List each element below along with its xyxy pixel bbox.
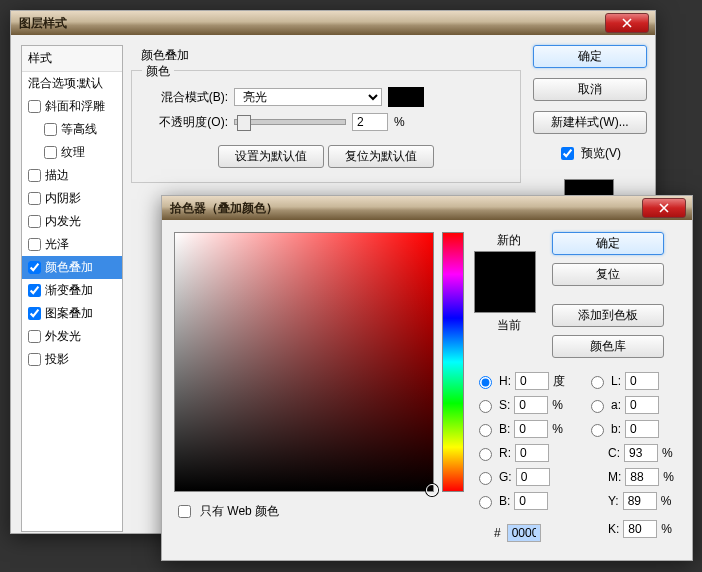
c-input[interactable] xyxy=(624,444,658,462)
color-fields: H:度 L: S:% a: B:% b: R: C:% G: M:% B: Y:… xyxy=(474,372,680,542)
r-input[interactable] xyxy=(515,444,549,462)
style-item[interactable]: 内发光 xyxy=(22,210,122,233)
style-item-checkbox[interactable] xyxy=(28,307,41,320)
g-input[interactable] xyxy=(516,468,550,486)
close-icon xyxy=(622,18,632,28)
style-item-label: 图案叠加 xyxy=(45,305,93,322)
new-style-button[interactable]: 新建样式(W)... xyxy=(533,111,647,134)
preview-checkbox-row[interactable]: 预览(V) xyxy=(533,144,645,163)
l-radio[interactable] xyxy=(591,376,604,389)
s-input[interactable] xyxy=(514,396,548,414)
style-item[interactable]: 外发光 xyxy=(22,325,122,348)
picker-reset-button[interactable]: 复位 xyxy=(552,263,664,286)
r-radio[interactable] xyxy=(479,448,492,461)
opacity-input[interactable] xyxy=(352,113,388,131)
h-input[interactable] xyxy=(515,372,549,390)
color-picker-close-button[interactable] xyxy=(642,198,686,218)
color-picker-buttons: 确定 复位 添加到色板 颜色库 xyxy=(552,232,662,358)
style-item-checkbox[interactable] xyxy=(28,284,41,297)
style-item-label: 颜色叠加 xyxy=(45,259,93,276)
styles-list-header: 样式 xyxy=(22,46,122,72)
style-item[interactable]: 纹理 xyxy=(22,141,122,164)
style-item-label: 外发光 xyxy=(45,328,81,345)
blend-options-row[interactable]: 混合选项:默认 xyxy=(22,72,122,95)
hue-slider[interactable] xyxy=(442,232,464,492)
style-item-checkbox[interactable] xyxy=(28,215,41,228)
style-item-label: 光泽 xyxy=(45,236,69,253)
s-radio[interactable] xyxy=(479,400,492,413)
h-radio[interactable] xyxy=(479,376,492,389)
style-item-label: 纹理 xyxy=(61,144,85,161)
g-radio[interactable] xyxy=(479,472,492,485)
style-item-checkbox[interactable] xyxy=(28,169,41,182)
style-item[interactable]: 投影 xyxy=(22,348,122,371)
color-picker-window: 拾色器（叠加颜色） 只有 Web 颜色 新的 xyxy=(161,195,693,561)
color-picker-title: 拾色器（叠加颜色） xyxy=(170,200,278,217)
overlay-color-swatch[interactable] xyxy=(388,87,424,107)
color-legend: 颜色 xyxy=(142,63,174,80)
opacity-unit: % xyxy=(394,115,405,129)
bl-input[interactable] xyxy=(625,420,659,438)
bc-radio[interactable] xyxy=(479,496,492,509)
style-item-checkbox[interactable] xyxy=(28,100,41,113)
k-input[interactable] xyxy=(623,520,657,538)
style-item[interactable]: 光泽 xyxy=(22,233,122,256)
cancel-button[interactable]: 取消 xyxy=(533,78,647,101)
ok-button[interactable]: 确定 xyxy=(533,45,647,68)
style-item[interactable]: 内阴影 xyxy=(22,187,122,210)
m-input[interactable] xyxy=(625,468,659,486)
style-item-checkbox[interactable] xyxy=(44,123,57,136)
style-item-checkbox[interactable] xyxy=(28,330,41,343)
add-swatch-button[interactable]: 添加到色板 xyxy=(552,304,664,327)
style-item-checkbox[interactable] xyxy=(28,261,41,274)
close-icon xyxy=(659,203,669,213)
web-only-checkbox-row[interactable]: 只有 Web 颜色 xyxy=(174,502,279,521)
style-item-checkbox[interactable] xyxy=(28,192,41,205)
color-libraries-button[interactable]: 颜色库 xyxy=(552,335,664,358)
new-color-label: 新的 xyxy=(474,232,544,249)
hex-input[interactable] xyxy=(507,524,541,542)
style-item-label: 投影 xyxy=(45,351,69,368)
blend-mode-select[interactable]: 亮光 xyxy=(234,88,382,106)
bc-input[interactable] xyxy=(514,492,548,510)
bv-input[interactable] xyxy=(514,420,548,438)
a-radio[interactable] xyxy=(591,400,604,413)
blend-mode-label: 混合模式(B): xyxy=(144,89,228,106)
style-item-label: 渐变叠加 xyxy=(45,282,93,299)
new-color-swatch xyxy=(474,251,536,313)
style-item[interactable]: 颜色叠加 xyxy=(22,256,122,279)
section-title: 颜色叠加 xyxy=(141,47,525,64)
saturation-value-box[interactable] xyxy=(174,232,434,492)
layer-style-close-button[interactable] xyxy=(605,13,649,33)
web-only-checkbox[interactable] xyxy=(178,505,191,518)
bv-radio[interactable] xyxy=(479,424,492,437)
style-item[interactable]: 描边 xyxy=(22,164,122,187)
picker-ok-button[interactable]: 确定 xyxy=(552,232,664,255)
style-item-label: 等高线 xyxy=(61,121,97,138)
style-item-checkbox[interactable] xyxy=(44,146,57,159)
preview-checkbox[interactable] xyxy=(561,147,574,160)
style-item[interactable]: 等高线 xyxy=(22,118,122,141)
style-item-label: 内发光 xyxy=(45,213,81,230)
a-input[interactable] xyxy=(625,396,659,414)
y-input[interactable] xyxy=(623,492,657,510)
sv-hue-area: 只有 Web 颜色 xyxy=(174,232,464,542)
preview-column: 新的 当前 xyxy=(474,232,544,358)
bl-radio[interactable] xyxy=(591,424,604,437)
l-input[interactable] xyxy=(625,372,659,390)
style-item-checkbox[interactable] xyxy=(28,238,41,251)
opacity-label: 不透明度(O): xyxy=(144,114,228,131)
set-default-button[interactable]: 设置为默认值 xyxy=(218,145,324,168)
layer-style-titlebar[interactable]: 图层样式 xyxy=(11,11,655,35)
reset-default-button[interactable]: 复位为默认值 xyxy=(328,145,434,168)
sv-cursor-icon xyxy=(426,484,438,496)
opacity-slider[interactable] xyxy=(234,119,346,125)
style-item[interactable]: 斜面和浮雕 xyxy=(22,95,122,118)
style-item[interactable]: 图案叠加 xyxy=(22,302,122,325)
current-color-label: 当前 xyxy=(474,317,544,334)
color-picker-titlebar[interactable]: 拾色器（叠加颜色） xyxy=(162,196,692,220)
style-item-label: 斜面和浮雕 xyxy=(45,98,105,115)
style-item[interactable]: 渐变叠加 xyxy=(22,279,122,302)
style-item-checkbox[interactable] xyxy=(28,353,41,366)
style-item-label: 内阴影 xyxy=(45,190,81,207)
